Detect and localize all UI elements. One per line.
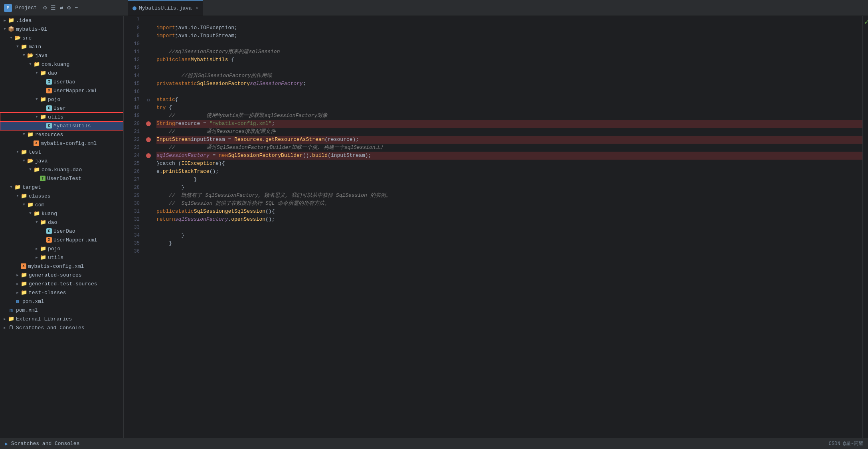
tree-item-java[interactable]: ▼📂java bbox=[0, 51, 123, 60]
tree-item-com.kuang[interactable]: ▼📁com.kuang bbox=[0, 60, 123, 69]
gutter-item-9 bbox=[144, 32, 153, 40]
tree-icon-test-classes: 📁 bbox=[21, 289, 27, 296]
tree-label-java-test: java bbox=[35, 158, 47, 164]
tree-item-main[interactable]: ▼📁main bbox=[0, 42, 123, 51]
code-line-23: // 通过SqlSessionFactoryBuilder加载一个流, 构建一个… bbox=[156, 144, 862, 152]
tree-label-main: main bbox=[29, 44, 41, 50]
tree-item-UserMapper-target[interactable]: XUserMapper.xml bbox=[0, 235, 123, 244]
tree-item-java-test[interactable]: ▼📂java bbox=[0, 156, 123, 165]
code-line-25: }catch (IOException e){ bbox=[156, 160, 862, 168]
tree-item-User[interactable]: CUser bbox=[0, 104, 123, 113]
tree-arrow-java: ▼ bbox=[21, 52, 27, 59]
tree-item-mybatis-config-target[interactable]: Xmybatis-config.xml bbox=[0, 262, 123, 271]
tree-item-pom-inner[interactable]: mpom.xml bbox=[0, 297, 123, 306]
tree-item-pojo-target[interactable]: ▶📁pojo bbox=[0, 244, 123, 253]
breakpoint-24[interactable] bbox=[146, 153, 151, 158]
tree-item-external-libs[interactable]: ▶📁External Libraries bbox=[0, 314, 123, 323]
gutter-item-33 bbox=[144, 224, 153, 231]
tree-item-dao-target[interactable]: ▼📁dao bbox=[0, 218, 123, 227]
tree-label-UserDao: UserDao bbox=[53, 79, 75, 85]
tree-item-idea[interactable]: ▶📁.idea bbox=[0, 16, 123, 25]
tree-item-MybatisUtils[interactable]: CMybatisUtils bbox=[0, 121, 123, 130]
tree-item-resources[interactable]: ▼📁resources bbox=[0, 130, 123, 139]
tree-item-generated-sources[interactable]: ▶📁generated-sources bbox=[0, 271, 123, 279]
tree-item-UserDao[interactable]: IUserDao bbox=[0, 77, 123, 86]
code-line-8: import java.io.IOException; bbox=[156, 24, 862, 32]
minimize-icon[interactable]: − bbox=[75, 4, 78, 11]
gutter-item-31 bbox=[144, 208, 153, 216]
tree-label-User: User bbox=[53, 105, 66, 111]
project-title[interactable]: Project bbox=[15, 5, 37, 11]
tree-item-classes[interactable]: ▼📁classes bbox=[0, 192, 123, 200]
tree-item-utils-target[interactable]: ▶📁utils bbox=[0, 253, 123, 262]
tree-item-mybatis-config.xml-main[interactable]: Xmybatis-config.xml bbox=[0, 139, 123, 148]
line-number-34: 34 bbox=[128, 231, 140, 239]
code-line-17: static{ bbox=[156, 96, 862, 104]
tree-label-dao-target: dao bbox=[48, 220, 57, 225]
file-tab[interactable]: MybatisUtils.java × bbox=[128, 0, 203, 16]
tree-icon-target: 📁 bbox=[14, 184, 21, 190]
tree-arrow-pom-outer bbox=[2, 307, 8, 313]
tree-icon-generated-test-sources: 📁 bbox=[21, 281, 27, 287]
settings-icon[interactable]: ⚙ bbox=[43, 4, 47, 11]
tree-arrow-kuang: ▼ bbox=[27, 210, 34, 217]
tree-arrow-test-classes: ▶ bbox=[14, 289, 21, 296]
project-sidebar: ▶📁.idea▼📦mybatis-01▼📂src▼📁main▼📂java▼📁co… bbox=[0, 16, 124, 438]
tree-item-target[interactable]: ▼📁target bbox=[0, 183, 123, 192]
tree-label-mybatis-config.xml-main: mybatis-config.xml bbox=[41, 140, 97, 146]
code-container[interactable]: 7891011121314151617181920212223242526272… bbox=[124, 16, 868, 438]
tree-item-scratches[interactable]: ▶🗒Scratches and Consoles bbox=[0, 323, 123, 332]
gutter-item-19 bbox=[144, 112, 153, 120]
tree-item-mybatis-01[interactable]: ▼📦mybatis-01 bbox=[0, 25, 123, 34]
tree-label-kuang: kuang bbox=[42, 211, 57, 217]
tree-label-pom-inner: pom.xml bbox=[22, 299, 44, 305]
tree-item-UserDaoTest[interactable]: TUserDaoTest bbox=[0, 174, 123, 183]
code-line-19: // 使用Mybatis第一步获取sqlSessionFactory对象 bbox=[156, 112, 862, 120]
line-number-28: 28 bbox=[128, 184, 140, 192]
tree-item-test[interactable]: ▼📁test bbox=[0, 148, 123, 156]
file-tab-indicator bbox=[132, 6, 136, 10]
gutter-item-28 bbox=[144, 184, 153, 192]
split-icon[interactable]: ⇄ bbox=[60, 4, 63, 11]
tree-icon-test: 📁 bbox=[21, 149, 27, 155]
breakpoint-22[interactable] bbox=[146, 137, 151, 142]
tree-item-generated-test-sources[interactable]: ▶📁generated-test-sources bbox=[0, 279, 123, 288]
line-number-25: 25 bbox=[128, 160, 140, 168]
tree-item-pom-outer[interactable]: mpom.xml bbox=[0, 306, 123, 314]
tree-arrow-com.kuang: ▼ bbox=[27, 61, 34, 67]
tree-icon-UserDao-target: C bbox=[46, 228, 52, 234]
tree-item-test-classes[interactable]: ▶📁test-classes bbox=[0, 288, 123, 297]
gutter-item-27 bbox=[144, 176, 153, 184]
gutter-item-11 bbox=[144, 48, 153, 56]
file-tab-close[interactable]: × bbox=[196, 6, 199, 11]
tree-item-UserDao-target[interactable]: CUserDao bbox=[0, 227, 123, 235]
tree-item-com[interactable]: ▼📁com bbox=[0, 200, 123, 209]
tree-item-src[interactable]: ▼📂src bbox=[0, 34, 123, 42]
code-line-15: private static SqlSessionFactory sqlSess… bbox=[156, 80, 862, 88]
tree-icon-UserMapper.xml: X bbox=[46, 88, 52, 93]
tree-arrow-UserDao bbox=[40, 79, 46, 85]
gear-icon[interactable]: ⚙ bbox=[67, 4, 70, 11]
code-content[interactable]: import java.io.IOException; import java.… bbox=[153, 16, 862, 438]
tree-label-src: src bbox=[22, 35, 32, 41]
tree-item-dao[interactable]: ▼📁dao bbox=[0, 69, 123, 77]
code-line-36 bbox=[156, 247, 862, 255]
code-line-10 bbox=[156, 40, 862, 48]
tree-item-utils[interactable]: ▼📁utils bbox=[0, 113, 123, 121]
breakpoint-20[interactable] bbox=[146, 121, 151, 126]
title-bar-icons: ⚙ ☰ ⇄ ⚙ − bbox=[43, 4, 78, 11]
gutter-item-21 bbox=[144, 128, 153, 136]
code-line-11: //sqlSessionFactory用来构建sqlSession bbox=[156, 48, 862, 56]
gutter-item-15 bbox=[144, 80, 153, 88]
scratches-label[interactable]: Scratches and Consoles bbox=[11, 441, 80, 447]
tree-arrow-com: ▼ bbox=[21, 202, 27, 208]
sort-icon[interactable]: ☰ bbox=[51, 4, 56, 11]
code-line-13 bbox=[156, 64, 862, 72]
line-number-10: 10 bbox=[128, 40, 140, 48]
code-line-30: // SqlSession 提供了在数据库执行 SQL 命令所需的所有方法。 bbox=[156, 200, 862, 208]
tree-item-kuang[interactable]: ▼📁kuang bbox=[0, 209, 123, 218]
tree-item-pojo[interactable]: ▼📁pojo bbox=[0, 95, 123, 104]
tree-item-com.kuang.dao[interactable]: ▼📁com.kuang.dao bbox=[0, 165, 123, 174]
tree-item-UserMapper.xml[interactable]: XUserMapper.xml bbox=[0, 86, 123, 95]
tree-label-test: test bbox=[29, 149, 41, 155]
